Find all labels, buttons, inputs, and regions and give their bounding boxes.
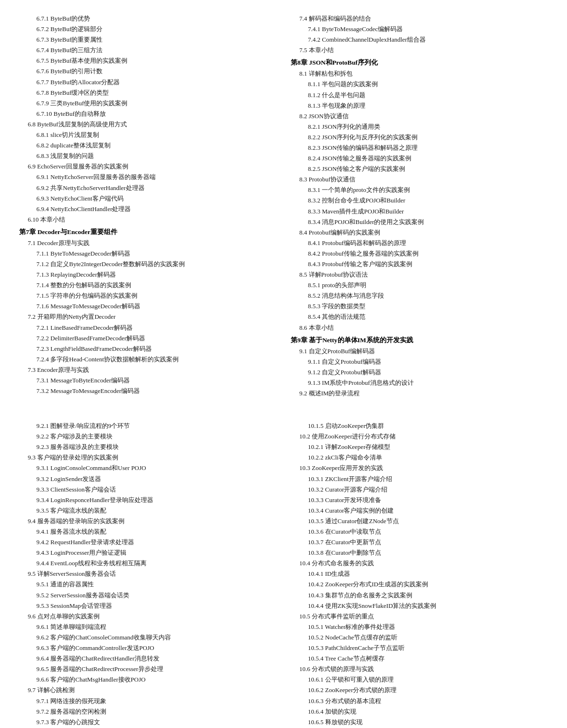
toc-entry: 10.6.4 加锁的实现 [291, 706, 548, 717]
toc-entry: 10.2.1 详解ZooKeeper存储模型 [291, 442, 548, 452]
toc-entry: 8.3 Protobuf协议通信 [291, 174, 548, 185]
toc-entry: 8.4.2 Protobuf传输之服务器端的实践案例 [291, 248, 548, 259]
toc-entry: 7.1.1 ByteToMessageDecoder解码器 [19, 248, 276, 259]
toc-entry: 10.3.8 在Curator中删除节点 [291, 548, 548, 558]
toc-entry: 9.2.3 服务器端涉及的主要模块 [19, 442, 276, 452]
toc-entry: 9.1 自定义ProtoBuf编解码器 [291, 346, 548, 357]
toc-entry: 8.2.5 JSON传输之客户端的实践案例 [291, 164, 548, 174]
toc-entry: 10.5.1 Watcher标准的事件处理器 [291, 622, 548, 632]
toc-entry: 7.3.2 MessageToMessageEncoder编码器 [19, 386, 276, 396]
toc-entry: 9.6.6 客户端的ChatMsgHandler接收POJO [19, 674, 276, 685]
toc-entry: 10.6.3 分布式锁的基本流程 [291, 696, 548, 706]
toc-entry: 9.7 详解心跳检测 [19, 685, 276, 695]
toc-entry: 10.3.5 通过Curator创建ZNode节点 [291, 516, 548, 526]
toc-entry: 10.5.3 PathChildrenCache子节点监听 [291, 643, 548, 653]
toc-entry: 7.1 Decoder原理与实践 [19, 238, 276, 248]
toc-entry: 9.6 点对点单聊的实践案例 [19, 611, 276, 622]
right-col-bottom: 10.1.5 启动ZooKeeper伪集群10.2 使用ZooKeeper进行分… [291, 417, 548, 728]
toc-entry: 9.1.3 IM系统中Protobuf消息格式的设计 [291, 378, 548, 388]
toc-entry: 9.3.5 客户端流水线的装配 [19, 505, 276, 516]
toc-entry: 9.6.3 客户端的CommandController发送POJO [19, 643, 276, 653]
toc-entry: 6.9.4 NettyEchoClientHandler处理器 [19, 204, 276, 214]
toc-entry: 6.7.3 ByteBuf的重要属性 [19, 34, 276, 45]
toc-entry: 7.2.1 LineBasedFrameDecoder解码器 [19, 323, 276, 333]
toc-entry: 8.5.3 字段的数据类型 [291, 301, 548, 312]
section-divider [19, 403, 548, 417]
toc-entry: 6.9.3 NettyEchoClient客户端代码 [19, 193, 276, 204]
toc-entry: 8.1.3 半包现象的原理 [291, 101, 548, 111]
toc-entry: 10.4.3 集群节点的命名服务之实践案例 [291, 590, 548, 601]
toc-entry: 9.4.4 EventLoop线程和业务线程相互隔离 [19, 558, 276, 569]
toc-entry: 9.6.4 服务器端的ChatRedirectHandler消息转发 [19, 653, 276, 664]
top-section: 6.7.1 ByteBuf的优势6.7.2 ByteBuf的逻辑部分6.7.3 … [19, 10, 548, 403]
toc-entry: 10.4 分布式命名服务的实践 [291, 558, 548, 569]
toc-entry: 7.2.4 多字段Head-Content协议数据帧解析的实践案例 [19, 354, 276, 365]
toc-entry: 9.5.1 通道的容器属性 [19, 579, 276, 590]
toc-entry: 10.3.7 在Curator中更新节点 [291, 537, 548, 548]
toc-entry: 10.6 分布式锁的原理与实践 [291, 664, 548, 674]
right-col-top: 7.4 解码器和编码器的结合7.4.1 ByteToMessageCodec编解… [291, 10, 548, 403]
toc-entry: 9.7.3 客户端的心跳报文 [19, 717, 276, 728]
toc-entry: 10.2.2 zkCli客户端命令清单 [291, 452, 548, 463]
toc-entry: 9.2.2 客户端涉及的主要模块 [19, 431, 276, 442]
toc-entry: 6.8.3 浅层复制的问题 [19, 151, 276, 161]
toc-entry: 6.7.1 ByteBuf的优势 [19, 13, 276, 24]
toc-entry: 7.1.5 字符串的分包编码器的实践案例 [19, 291, 276, 301]
toc-entry: 10.3.3 Curator开发环境准备 [291, 495, 548, 505]
toc-entry: 7.1.2 自定义Byte2IntegerDecoder整数解码器的实践案例 [19, 259, 276, 269]
toc-entry: 8.5.1 proto的头部声明 [291, 280, 548, 291]
toc-entry: 10.3.6 在Curator中读取节点 [291, 526, 548, 537]
toc-entry: 7.3 Encoder原理与实践 [19, 365, 276, 375]
toc-entry: 8.2 JSON协议通信 [291, 111, 548, 122]
toc-entry: 8.5.2 消息结构体与消息字段 [291, 291, 548, 301]
toc-entry: 8.3.1 一个简单的proto文件的实践案例 [291, 185, 548, 195]
toc-entry: 9.3.1 LoginConsoleCommand和User POJO [19, 463, 276, 473]
toc-entry: 10.3 ZooKeeper应用开发的实践 [291, 463, 548, 473]
toc-entry: 第9章 基于Netty的单体IM系统的开发实践 [291, 335, 548, 346]
toc-entry: 10.5.4 Tree Cache节点树缓存 [291, 653, 548, 664]
toc-entry: 9.3.4 LoginResponceHandler登录响应处理器 [19, 495, 276, 505]
toc-entry: 9.3.3 ClientSession客户端会话 [19, 484, 276, 495]
toc-entry: 8.5 详解Protobuf协议语法 [291, 269, 548, 280]
toc-entry: 7.2 开箱即用的Netty内置Decoder [19, 312, 276, 322]
toc-entry: 6.7.2 ByteBuf的逻辑部分 [19, 24, 276, 34]
toc-entry: 6.10 本章小结 [19, 214, 276, 225]
toc-entry: 10.4.2 ZooKeeper分布式ID生成器的实践案例 [291, 579, 548, 590]
toc-entry: 6.7.10 ByteBuf的自动释放 [19, 109, 276, 119]
toc-entry: 10.1.5 启动ZooKeeper伪集群 [291, 421, 548, 431]
toc-entry: 10.5 分布式事件监听的重点 [291, 611, 548, 622]
toc-entry: 9.3.2 LoginSender发送器 [19, 474, 276, 484]
toc-entry: 8.2.1 JSON序列化的通用类 [291, 122, 548, 132]
toc-entry: 7.3.1 MessageToByteEncoder编码器 [19, 375, 276, 386]
toc-entry: 9.6.5 服务器端的ChatRedirectProcesser异步处理 [19, 664, 276, 674]
toc-entry: 9.1.2 自定义Protobuf解码器 [291, 367, 548, 378]
toc-entry: 9.6.2 客户端的ChatConsoleCommand收集聊天内容 [19, 632, 276, 643]
toc-entry: 9.5.2 ServerSession服务器端会话类 [19, 590, 276, 601]
toc-entry: 8.6 本章小结 [291, 323, 548, 333]
left-col-top: 6.7.1 ByteBuf的优势6.7.2 ByteBuf的逻辑部分6.7.3 … [19, 10, 276, 403]
toc-entry: 9.4.1 服务器流水线的装配 [19, 526, 276, 537]
toc-entry: 9.5 详解ServerSession服务器会话 [19, 569, 276, 579]
toc-entry: 6.7.8 ByteBuf缓冲区的类型 [19, 88, 276, 98]
toc-entry: 10.6.2 ZooKeeper分布式锁的原理 [291, 685, 548, 695]
toc-entry: 8.2.4 JSON传输之服务器端的实践案例 [291, 153, 548, 164]
toc-entry: 10.2 使用ZooKeeper进行分布式存储 [291, 431, 548, 442]
page: 6.7.1 ByteBuf的优势6.7.2 ByteBuf的逻辑部分6.7.3 … [0, 0, 567, 728]
toc-entry: 6.7.5 ByteBuf基本使用的实践案例 [19, 56, 276, 66]
toc-entry: 7.1.4 整数的分包解码器的实践案例 [19, 280, 276, 291]
toc-entry: 7.4 解码器和编码器的结合 [291, 13, 548, 24]
left-col-bottom: 9.2.1 图解登录/响应流程的9个环节9.2.2 客户端涉及的主要模块9.2.… [19, 417, 276, 728]
toc-entry: 10.3.4 Curator客户端实例的创建 [291, 505, 548, 516]
toc-entry: 7.2.2 DelimiterBasedFrameDecoder解码器 [19, 333, 276, 344]
toc-entry: 10.6.1 公平锁和可重入锁的原理 [291, 674, 548, 685]
toc-entry: 7.4.1 ByteToMessageCodec编解码器 [291, 24, 548, 34]
toc-entry: 9.4.2 RequestHandler登录请求处理器 [19, 537, 276, 548]
toc-entry: 9.5.3 SessionMap会话管理器 [19, 601, 276, 611]
toc-entry: 10.6.5 释放锁的实现 [291, 717, 548, 728]
toc-entry: 6.8 ByteBuf浅层复制的高级使用方式 [19, 119, 276, 130]
toc-entry: 9.4 服务器端的登录响应的实践案例 [19, 516, 276, 526]
toc-entry: 10.4.1 ID生成器 [291, 569, 548, 579]
bottom-section: 9.2.1 图解登录/响应流程的9个环节9.2.2 客户端涉及的主要模块9.2.… [19, 417, 548, 728]
toc-entry: 6.9.1 NettyEchoServer回显服务器的服务器端 [19, 172, 276, 182]
toc-entry: 9.1.1 自定义Protobuf编码器 [291, 357, 548, 367]
